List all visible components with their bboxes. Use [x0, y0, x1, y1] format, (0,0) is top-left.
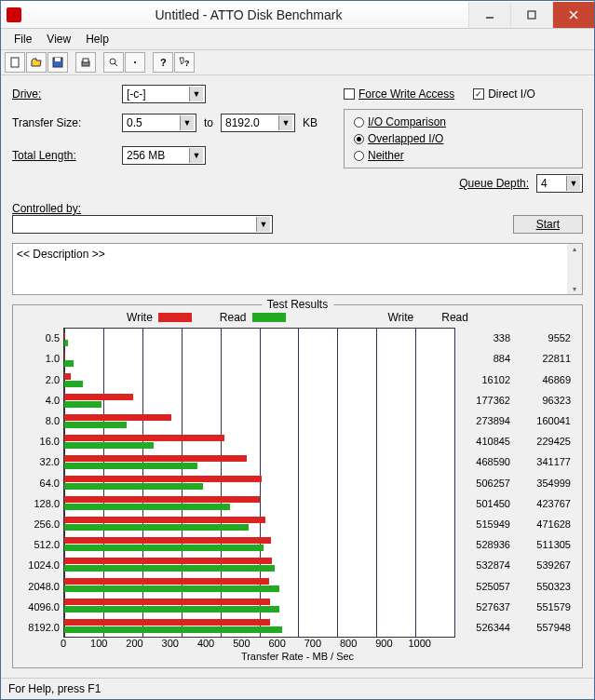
- toolbar: ? ?: [1, 50, 594, 75]
- svg-rect-4: [11, 58, 19, 67]
- test-results-title: Test Results: [262, 298, 333, 311]
- transfer-size-label: Transfer Size:: [12, 116, 115, 129]
- overlapped-io-radio[interactable]: Overlapped I/O: [354, 132, 573, 145]
- svg-rect-8: [83, 59, 88, 62]
- svg-text:?: ?: [184, 59, 190, 68]
- svg-line-10: [115, 63, 117, 66]
- chart-x-label: Transfer Rate - MB / Sec: [19, 651, 576, 662]
- write-header: Write: [388, 311, 414, 324]
- svg-rect-6: [55, 58, 61, 61]
- test-results-panel: Test Results Write Read Write Read 0.51.…: [12, 304, 583, 668]
- drive-combo[interactable]: [-c-]: [122, 85, 206, 103]
- print-icon[interactable]: [75, 52, 96, 73]
- preview-icon[interactable]: [103, 52, 124, 73]
- minimize-button[interactable]: [468, 2, 510, 28]
- description-box[interactable]: << Description >> ▴▾: [12, 243, 583, 295]
- transfer-from-combo[interactable]: 0.5: [122, 114, 196, 132]
- chart-values-table: 3389552884228111610246869177362963232738…: [455, 328, 576, 638]
- open-icon[interactable]: [26, 52, 47, 73]
- drive-label: Drive:: [12, 88, 115, 101]
- close-button[interactable]: [552, 2, 594, 28]
- menubar: File View Help: [1, 29, 594, 50]
- svg-rect-11: [134, 61, 136, 63]
- context-help-icon[interactable]: ?: [174, 52, 195, 73]
- controlled-by-label: Controlled by:: [12, 202, 583, 215]
- menu-file[interactable]: File: [7, 31, 39, 47]
- description-placeholder: << Description >>: [17, 248, 105, 261]
- chart-bars: [63, 328, 455, 638]
- read-header: Read: [441, 311, 468, 324]
- direct-io-checkbox[interactable]: ✓Direct I/O: [473, 88, 535, 101]
- queue-depth-label: Queue Depth:: [459, 177, 529, 190]
- chart-y-labels: 0.51.02.04.08.016.032.064.0128.0256.0512…: [19, 328, 63, 638]
- svg-text:?: ?: [160, 57, 167, 68]
- legend-write: Write: [127, 311, 192, 324]
- window-title: Untitled - ATTO Disk Benchmark: [29, 7, 468, 22]
- menu-help[interactable]: Help: [78, 31, 116, 47]
- start-button[interactable]: Start: [513, 215, 583, 234]
- neither-radio[interactable]: Neither: [354, 149, 573, 162]
- status-bar: For Help, press F1: [1, 678, 594, 699]
- io-mode-group: I/O Comparison Overlapped I/O Neither: [344, 109, 583, 168]
- new-icon[interactable]: [5, 52, 25, 73]
- scrollbar[interactable]: ▴▾: [567, 244, 582, 294]
- app-icon: [7, 7, 21, 22]
- svg-rect-1: [528, 11, 535, 19]
- total-length-label: Total Length:: [12, 149, 115, 162]
- io-comparison-radio[interactable]: I/O Comparison: [354, 115, 573, 128]
- force-write-checkbox[interactable]: Force Write Access: [344, 88, 454, 101]
- menu-view[interactable]: View: [39, 31, 78, 47]
- queue-depth-combo[interactable]: 4: [536, 174, 583, 193]
- help-icon[interactable]: ?: [153, 52, 173, 73]
- move-icon[interactable]: [125, 52, 145, 73]
- total-length-combo[interactable]: 256 MB: [122, 146, 206, 165]
- transfer-to-combo[interactable]: 8192.0: [221, 114, 295, 132]
- legend-read: Read: [220, 311, 286, 324]
- maximize-button[interactable]: [510, 2, 552, 28]
- save-icon[interactable]: [47, 52, 68, 73]
- chart-x-axis: 01002003004005006007008009001000: [63, 638, 455, 649]
- titlebar: Untitled - ATTO Disk Benchmark: [1, 1, 594, 29]
- controlled-by-combo[interactable]: [12, 215, 273, 234]
